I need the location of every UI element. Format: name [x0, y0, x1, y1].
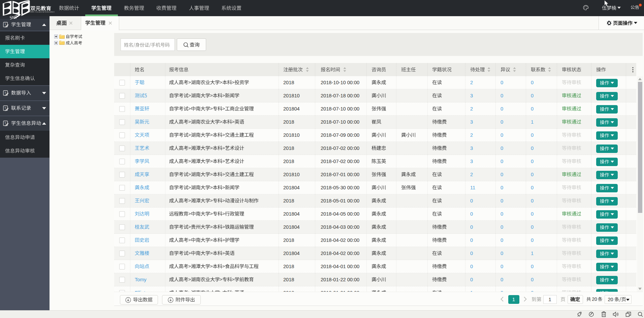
svg-text:?: ?: [4, 122, 6, 125]
svg-text:?: ?: [4, 106, 6, 110]
svg-text:?: ?: [4, 23, 6, 26]
svg-text:?: ?: [4, 91, 6, 95]
